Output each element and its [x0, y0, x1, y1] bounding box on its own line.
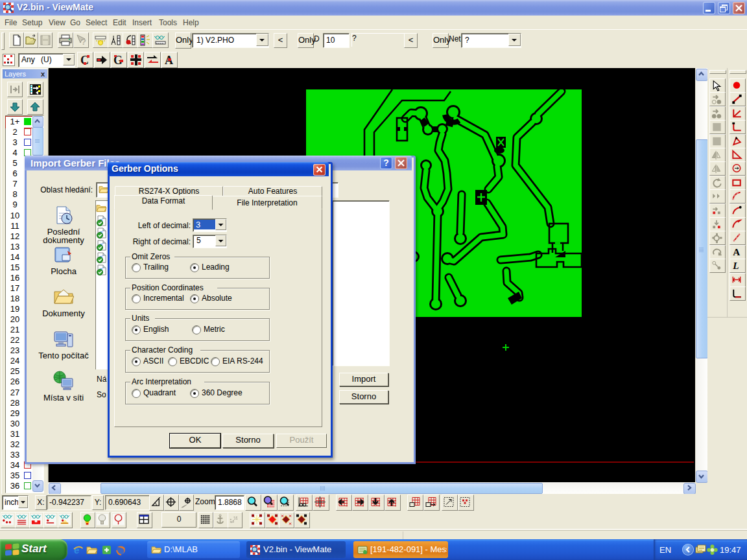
svg-text:?: ?: [81, 37, 86, 47]
svg-text:e: e: [74, 544, 79, 555]
svg-text:L: L: [732, 260, 739, 271]
svg-text:A: A: [733, 246, 740, 257]
